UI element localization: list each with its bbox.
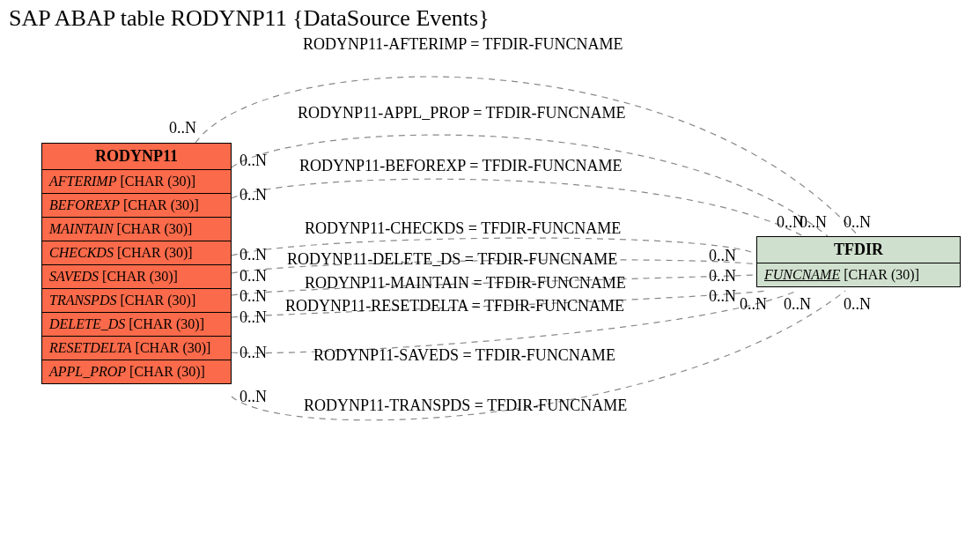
cardinality-label: 0..N	[844, 213, 871, 232]
cardinality-label: 0..N	[239, 267, 267, 286]
table-row: AFTERIMP [CHAR (30)]	[42, 170, 231, 194]
attr-type: [CHAR (30)]	[844, 267, 919, 282]
table-row: TRANSPDS [CHAR (30)]	[42, 289, 231, 313]
entity-rodynp11-header: RODYNP11	[42, 144, 231, 170]
cardinality-label: 0..N	[239, 344, 267, 362]
cardinality-label: 0..N	[239, 388, 267, 406]
cardinality-label: 0..N	[784, 295, 811, 314]
cardinality-label: 0..N	[239, 246, 267, 264]
table-row: CHECKDS [CHAR (30)]	[42, 241, 231, 265]
cardinality-label: 0..N	[740, 295, 767, 314]
table-row: DELETE_DS [CHAR (30)]	[42, 313, 231, 337]
relation-label: RODYNP11-RESETDELTA = TFDIR-FUNCNAME	[285, 297, 624, 315]
cardinality-label: 0..N	[239, 308, 267, 327]
attr-name: FUNCNAME	[764, 267, 840, 282]
attr-name: CHECKDS	[49, 245, 114, 260]
relation-label: RODYNP11-TRANSPDS = TFDIR-FUNCNAME	[304, 397, 627, 415]
attr-type: [CHAR (30)]	[102, 269, 178, 284]
relation-label: RODYNP11-DELETE_DS = TFDIR-FUNCNAME	[287, 250, 617, 269]
relation-label: RODYNP11-CHECKDS = TFDIR-FUNCNAME	[305, 219, 621, 238]
cardinality-label: 0..N	[844, 295, 871, 314]
cardinality-label: 0..N	[239, 152, 267, 170]
entity-tfdir-header: TFDIR	[757, 237, 960, 263]
attr-name: AFTERIMP	[49, 174, 116, 189]
table-row: BEFOREXP [CHAR (30)]	[42, 194, 231, 218]
table-row: SAVEDS [CHAR (30)]	[42, 265, 231, 289]
attr-type: [CHAR (30)]	[117, 245, 193, 260]
attr-name: TRANSPDS	[49, 293, 116, 308]
entity-tfdir: TFDIR FUNCNAME [CHAR (30)]	[756, 236, 961, 287]
relation-label: RODYNP11-AFTERIMP = TFDIR-FUNCNAME	[303, 35, 623, 54]
attr-type: [CHAR (30)]	[129, 364, 205, 379]
attr-type: [CHAR (30)]	[123, 197, 199, 212]
cardinality-label: 0..N	[709, 267, 736, 286]
relation-label: RODYNP11-APPL_PROP = TFDIR-FUNCNAME	[298, 104, 626, 122]
attr-type: [CHAR (30)]	[120, 293, 195, 308]
attr-name: RESETDELTA	[49, 340, 132, 355]
attr-type: [CHAR (30)]	[120, 174, 195, 189]
relation-label: RODYNP11-SAVEDS = TFDIR-FUNCNAME	[313, 346, 615, 365]
cardinality-label: 0..N	[169, 119, 196, 137]
entity-rodynp11: RODYNP11 AFTERIMP [CHAR (30)] BEFOREXP […	[41, 143, 232, 384]
cardinality-label: 0..N	[799, 213, 827, 232]
cardinality-label: 0..N	[239, 186, 267, 204]
attr-name: SAVEDS	[49, 269, 99, 284]
cardinality-label: 0..N	[709, 247, 736, 265]
attr-type: [CHAR (30)]	[117, 221, 193, 236]
page-title: SAP ABAP table RODYNP11 {DataSource Even…	[9, 5, 490, 32]
attr-name: MAINTAIN	[49, 221, 114, 236]
table-row: RESETDELTA [CHAR (30)]	[42, 337, 231, 360]
attr-type: [CHAR (30)]	[136, 340, 211, 355]
relation-label: RODYNP11-BEFOREXP = TFDIR-FUNCNAME	[299, 157, 623, 175]
table-row: MAINTAIN [CHAR (30)]	[42, 218, 231, 241]
diagram-canvas: SAP ABAP table RODYNP11 {DataSource Even…	[0, 0, 980, 534]
table-row: FUNCNAME [CHAR (30)]	[757, 263, 960, 286]
cardinality-label: 0..N	[239, 287, 267, 306]
cardinality-label: 0..N	[709, 287, 736, 306]
attr-name: APPL_PROP	[49, 364, 126, 379]
attr-type: [CHAR (30)]	[129, 316, 204, 331]
attr-name: DELETE_DS	[49, 316, 125, 331]
attr-name: BEFOREXP	[49, 197, 120, 212]
relation-label: RODYNP11-MAINTAIN = TFDIR-FUNCNAME	[305, 274, 626, 293]
table-row: APPL_PROP [CHAR (30)]	[42, 360, 231, 383]
